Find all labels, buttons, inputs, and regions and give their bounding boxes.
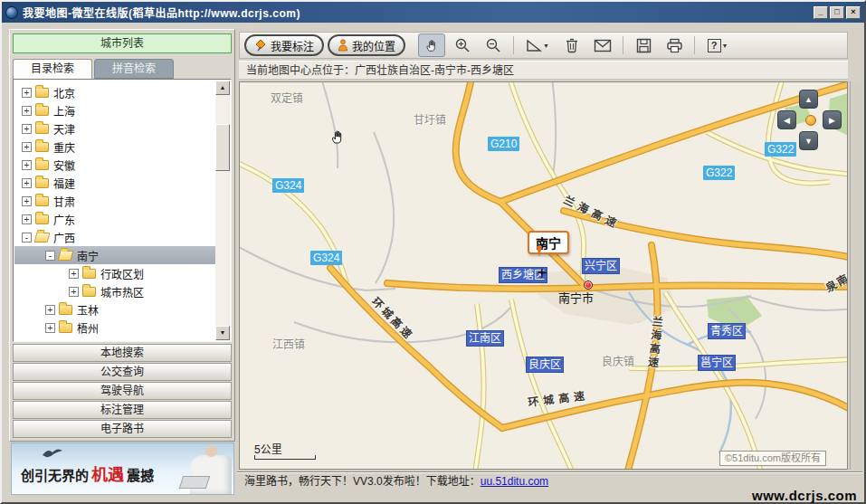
minimize-button[interactable]: _ <box>814 6 828 19</box>
tree-item-guangxi[interactable]: -广西 <box>14 228 215 246</box>
pan-up-button[interactable]: ▲ <box>799 90 818 109</box>
printer-icon <box>666 38 683 53</box>
folder-icon <box>59 305 72 315</box>
ad-laptop <box>179 476 211 489</box>
road-label-g324: G324 <box>310 251 342 265</box>
tree-item-chongqing[interactable]: +重庆 <box>14 138 215 156</box>
zoom-out-icon <box>485 37 501 53</box>
tree-item-chengshirequ[interactable]: +城市热区 <box>14 282 215 300</box>
expand-icon[interactable]: + <box>45 323 55 333</box>
pan-down-button[interactable]: ▼ <box>799 131 818 150</box>
open-folder-icon <box>34 233 51 242</box>
collapse-icon[interactable]: - <box>22 233 32 242</box>
road-label-g322: G322 <box>765 142 796 157</box>
expand-icon[interactable]: + <box>22 160 32 170</box>
tree-item-nanning[interactable]: -南宁 <box>14 246 215 264</box>
hand-icon <box>423 37 440 53</box>
folder-icon <box>35 214 49 224</box>
expand-icon[interactable]: + <box>69 287 79 297</box>
trash-icon <box>565 37 579 53</box>
window-title: 我要地图-微型在线版(稻草出品http://www.dcrjs.com) <box>23 5 300 20</box>
expand-icon[interactable]: + <box>22 106 32 116</box>
section-bus-query[interactable]: 公交查询 <box>13 363 232 381</box>
city-sidebar: 城市列表 目录检索 拼音检索 +北京 +上海 +天津 +重庆 +安徽 +福建 +… <box>9 29 235 442</box>
ad-banner[interactable]: 创引无界的机遇震撼 <box>11 442 234 495</box>
folder-icon <box>35 88 49 98</box>
map-viewport[interactable]: 双定镇 甘圩镇 江西镇 良庆镇 G210 G322 G322 G324 G324… <box>239 81 848 470</box>
measure-tool-button[interactable]: ▼ <box>520 33 555 57</box>
map-panel: 我要标注 我的位置 <box>239 29 866 471</box>
annotate-button[interactable]: 我要标注 <box>244 34 324 56</box>
maximize-button[interactable]: □ <box>830 6 844 19</box>
ad-slogan: 创引无界的机遇震撼 <box>21 461 154 485</box>
nanning-callout[interactable]: 南宁 <box>528 231 569 254</box>
tree-item-gansu[interactable]: +甘肃 <box>14 192 215 210</box>
tab-directory-search[interactable]: 目录检索 <box>13 59 92 79</box>
zoom-out-button[interactable] <box>480 33 507 57</box>
help-icon: ? <box>708 39 721 52</box>
mail-icon <box>594 39 612 52</box>
status-message: 海里路书，畅行天下！VV3.0发布啦！下载地址： <box>244 475 481 488</box>
zoom-in-icon <box>454 37 471 53</box>
section-ebook[interactable]: 电子路书 <box>13 420 232 438</box>
save-button[interactable] <box>630 33 657 57</box>
district-label-jiangnan: 江南区 <box>466 330 504 347</box>
download-link[interactable]: uu.51ditu.com <box>481 475 548 488</box>
town-label: 江西镇 <box>272 336 305 351</box>
district-label-yongning: 邕宁区 <box>698 355 736 371</box>
zoom-in-button[interactable] <box>449 33 476 57</box>
expand-icon[interactable]: + <box>69 269 79 279</box>
ad-person-photo <box>190 455 232 495</box>
tree-item-fujian[interactable]: +福建 <box>14 174 215 192</box>
tree-item-beijing[interactable]: +北京 <box>14 83 215 101</box>
delete-button[interactable] <box>558 33 585 57</box>
district-label-qingxiu: 青秀区 <box>708 323 746 339</box>
section-drive-nav[interactable]: 驾驶导航 <box>13 382 232 400</box>
mail-button[interactable] <box>589 33 616 57</box>
map-side-strip <box>850 81 864 470</box>
pan-left-button[interactable]: ◀ <box>777 110 796 129</box>
map-copyright: ©51ditu.com版权所有 <box>719 451 826 466</box>
my-location-button[interactable]: 我的位置 <box>328 34 405 56</box>
city-list-header: 城市列表 <box>13 33 232 53</box>
tree-item-yulin[interactable]: +玉林 <box>14 300 215 319</box>
tree-item-xingzhengquhua[interactable]: +行政区划 <box>14 264 215 282</box>
folder-icon <box>35 196 49 206</box>
pan-right-button[interactable]: ▶ <box>823 110 842 129</box>
help-button[interactable]: ? ▼ <box>701 33 734 57</box>
tree-scrollbar[interactable]: ▲ ▼ <box>215 81 230 340</box>
collapse-icon[interactable]: - <box>45 251 55 261</box>
tree-item-tianjin[interactable]: +天津 <box>14 119 215 138</box>
expand-icon[interactable]: + <box>22 196 32 206</box>
tree-item-shanghai[interactable]: +上海 <box>14 101 215 119</box>
city-tree: +北京 +上海 +天津 +重庆 +安徽 +福建 +甘肃 +广东 -广西 -南宁 … <box>13 79 232 342</box>
scroll-up-button[interactable]: ▲ <box>215 81 230 95</box>
tree-item-wuzhou[interactable]: +梧州 <box>14 319 215 337</box>
person-icon <box>338 39 348 52</box>
close-button[interactable]: × <box>846 6 861 19</box>
city-label-nanningshi: 南宁市 <box>558 289 594 306</box>
expand-icon[interactable]: + <box>22 142 32 152</box>
section-marker-manage[interactable]: 标注管理 <box>13 401 232 419</box>
print-button[interactable] <box>661 33 688 57</box>
pan-tool-button[interactable] <box>418 33 445 57</box>
tree-item-guangdong[interactable]: +广东 <box>14 210 215 228</box>
district-label-xingning: 兴宁区 <box>582 258 620 274</box>
save-icon <box>636 38 652 53</box>
section-local-search[interactable]: 本地搜索 <box>13 344 232 362</box>
scroll-thumb[interactable] <box>215 124 230 171</box>
folder-icon <box>35 124 49 134</box>
scroll-down-button[interactable]: ▼ <box>215 326 230 340</box>
expand-icon[interactable]: + <box>22 214 32 224</box>
pan-center-dot[interactable] <box>805 115 816 126</box>
road-label-g210: G210 <box>488 137 519 151</box>
site-brand: www.dcrjs.com <box>752 488 857 503</box>
ad-person-photo <box>205 445 217 457</box>
expand-icon[interactable]: + <box>22 178 32 188</box>
tree-item-anhui[interactable]: +安徽 <box>14 156 215 174</box>
expand-icon[interactable]: + <box>45 305 55 315</box>
toolbar-separator <box>694 36 695 54</box>
tab-pinyin-search[interactable]: 拼音检索 <box>94 59 174 79</box>
expand-icon[interactable]: + <box>22 124 32 134</box>
expand-icon[interactable]: + <box>22 88 32 98</box>
